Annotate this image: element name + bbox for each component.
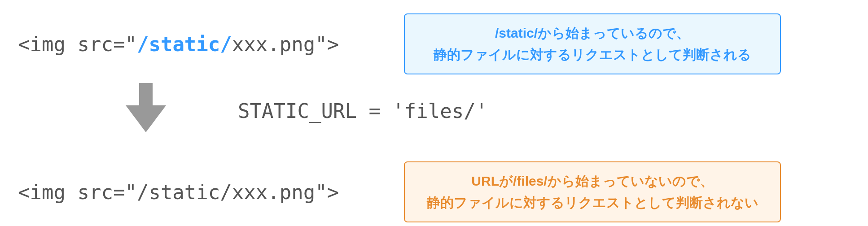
orange-line1-post: から始まっていないので、: [548, 174, 714, 188]
top-row: <img src="/static/xxx.png"> /static/から始ま…: [18, 13, 850, 74]
orange-line1-pre: URLが: [471, 174, 513, 188]
info-box-orange: URLが/files/から始まっていないので、 静的ファイルに対するリクエストと…: [404, 161, 781, 222]
middle-row: STATIC_URL = 'files/': [18, 90, 850, 132]
info-box-blue: /static/から始まっているので、 静的ファイルに対するリクエストとして判断…: [404, 13, 781, 74]
blue-highlight: /static/: [495, 26, 538, 40]
orange-highlight: /files/: [513, 174, 548, 188]
orange-box-line2: 静的ファイルに対するリクエストとして判断されない: [418, 192, 767, 213]
bottom-code-block: <img src="/static/xxx.png">: [18, 181, 386, 204]
code-sample-top: <img src="/static/xxx.png">: [18, 33, 339, 56]
blue-line1-rest: から始まっているので、: [538, 26, 690, 40]
blue-box-line2: 静的ファイルに対するリクエストとして判断される: [418, 44, 767, 65]
bottom-row: <img src="/static/xxx.png"> URLが/files/か…: [18, 161, 850, 222]
code-prefix: <img src=": [18, 33, 137, 56]
top-code-block: <img src="/static/xxx.png">: [18, 33, 386, 56]
config-code: STATIC_URL = 'files/': [238, 100, 487, 122]
code-suffix: xxx.png">: [232, 33, 339, 56]
arrow-down-icon: [126, 83, 166, 132]
code-highlight-static: /static/: [137, 33, 232, 56]
blue-box-line1: /static/から始まっているので、: [418, 22, 767, 44]
code-sample-bottom: <img src="/static/xxx.png">: [18, 181, 339, 204]
orange-box-line1: URLが/files/から始まっていないので、: [418, 170, 767, 192]
